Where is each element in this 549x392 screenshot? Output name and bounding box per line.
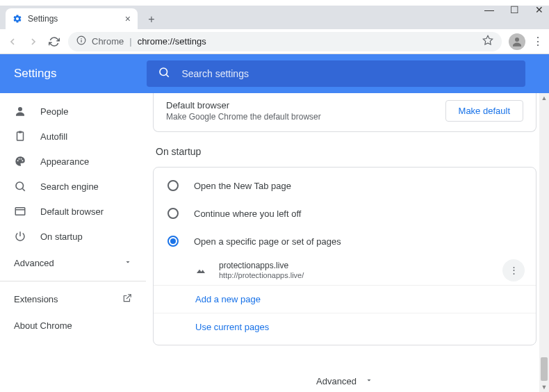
radio-icon [167,236,179,247]
sidebar: People Autofill Appearance Search engine… [0,93,146,392]
default-browser-title: Default browser [166,100,321,111]
radio-label: Continue where you left off [194,209,301,219]
window-close-icon[interactable]: ✕ [535,6,543,14]
chevron-down-icon [124,258,132,268]
favicon-icon [195,265,206,276]
svg-point-10 [21,158,22,160]
svg-rect-2 [81,40,81,42]
add-new-page-link[interactable]: Add a new page [154,285,536,313]
sidebar-item-autofill[interactable]: Autofill [0,124,146,149]
person-icon [14,105,26,117]
browser-icon [14,205,26,218]
sidebar-label: Default browser [40,206,104,217]
window-minimize-icon[interactable]: — [485,6,493,14]
page-menu-button[interactable]: ⋮ [502,259,525,281]
omnibox[interactable]: Chrome | chrome://settings [68,32,502,51]
svg-point-4 [160,68,167,76]
svg-point-1 [81,38,81,39]
svg-rect-7 [19,131,22,133]
sidebar-label: On startup [40,231,83,242]
sidebar-label: Autofill [40,131,67,142]
settings-main: Default browser Make Google Chrome the d… [146,93,549,392]
sidebar-label: Search engine [40,181,99,192]
sidebar-label: Appearance [40,156,89,167]
search-settings-wrap[interactable] [147,60,525,87]
omnibox-prefix: Chrome [92,36,124,47]
page-title: Settings [14,67,56,81]
search-settings-input[interactable] [181,68,514,79]
sidebar-item-people[interactable]: People [0,99,146,124]
radio-label: Open the New Tab page [194,181,291,191]
sidebar-item-default-browser[interactable]: Default browser [0,199,146,224]
forward-button[interactable] [26,35,40,49]
radio-label: Open a specific page or set of pages [194,236,341,247]
default-browser-card: Default browser Make Google Chrome the d… [153,93,536,132]
chevron-down-icon [365,376,373,386]
settings-header: Settings [0,54,549,93]
use-current-pages-link[interactable]: Use current pages [154,313,536,341]
external-link-icon [122,293,132,305]
sidebar-label: People [40,106,68,117]
startup-page-url: http://protectionapps.live/ [219,271,304,279]
make-default-button[interactable]: Make default [445,100,523,122]
sidebar-advanced-label: Advanced [14,258,54,268]
back-button[interactable] [6,35,19,49]
window-maximize-icon[interactable]: ☐ [510,6,518,14]
startup-page-name: protectionapps.live [219,261,304,270]
sidebar-advanced-toggle[interactable]: Advanced [0,249,146,277]
startup-card: Open the New Tab page Continue where you… [153,167,536,345]
search-icon [14,180,26,193]
titlebar [0,0,549,6]
search-icon [158,66,170,81]
divider [0,281,146,281]
svg-point-9 [19,158,20,160]
clipboard-icon [14,130,26,142]
info-icon [76,35,86,47]
scroll-up-icon[interactable]: ▲ [539,93,549,103]
plus-icon: + [148,13,154,26]
sidebar-item-appearance[interactable]: Appearance [0,149,146,174]
tab-close-icon[interactable]: × [125,13,131,24]
sidebar-label: Extensions [14,294,58,304]
svg-rect-6 [17,132,24,140]
radio-icon [167,180,179,191]
startup-option-newtab[interactable]: Open the New Tab page [154,172,536,199]
tab-strip: Settings × + [0,6,549,29]
sidebar-item-about[interactable]: About Chrome [0,312,146,338]
scroll-down-icon[interactable]: ▼ [539,382,549,392]
startup-option-specific[interactable]: Open a specific page or set of pages [154,227,536,255]
svg-point-12 [16,182,24,190]
svg-point-11 [22,160,23,161]
new-tab-button[interactable]: + [142,10,161,29]
default-browser-subtitle: Make Google Chrome the default browser [166,112,321,122]
reload-button[interactable] [47,35,61,49]
startup-section-title: On startup [156,146,536,157]
advanced-footer-toggle[interactable]: Advanced [153,359,536,392]
tab-title: Settings [28,14,120,24]
sidebar-item-on-startup[interactable]: On startup [0,224,146,249]
svg-point-8 [17,160,19,161]
bookmark-star-icon[interactable] [482,35,493,48]
svg-point-3 [515,38,519,42]
scroll-thumb[interactable] [541,357,548,381]
svg-rect-13 [15,208,25,215]
startup-option-continue[interactable]: Continue where you left off [154,199,536,227]
omnibox-separator: | [129,36,131,47]
power-icon [14,230,26,243]
radio-icon [167,208,179,219]
browser-menu-icon[interactable]: ⋮ [532,35,543,48]
profile-avatar[interactable] [509,33,525,50]
scrollbar[interactable]: ▲ ▼ [539,93,549,392]
omnibox-url: chrome://settings [138,36,206,47]
svg-point-5 [18,107,22,111]
sidebar-item-extensions[interactable]: Extensions [0,286,146,312]
palette-icon [14,155,26,168]
advanced-footer-label: Advanced [316,376,357,386]
sidebar-item-search-engine[interactable]: Search engine [0,174,146,199]
sidebar-label: About Chrome [14,320,72,331]
browser-toolbar: Chrome | chrome://settings ⋮ [0,29,549,54]
startup-page-row: protectionapps.live http://protectionapp… [154,255,536,285]
tab-settings[interactable]: Settings × [6,8,138,29]
gear-icon [13,14,22,24]
